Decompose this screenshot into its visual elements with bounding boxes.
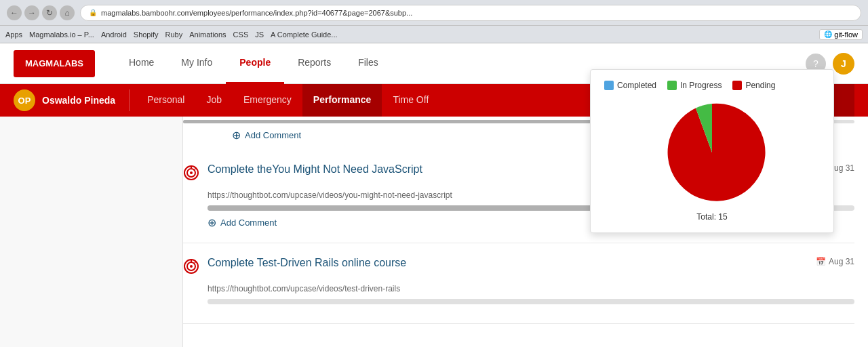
goal-url-2: https://thoughtbot.com/upcase/videos/tes… xyxy=(208,284,854,293)
goal-title-2[interactable]: Complete Test-Driven Rails online course xyxy=(208,257,406,269)
nav-links: Home My Info People Reports Files xyxy=(115,43,392,84)
goal-icon-2 xyxy=(183,258,199,279)
bookmark-css[interactable]: CSS xyxy=(233,30,249,39)
nav-myinfo[interactable]: My Info xyxy=(167,43,226,84)
globe-icon: 🌐 xyxy=(824,30,832,38)
legend-completed: Completed xyxy=(604,81,656,90)
goal-icon-1 xyxy=(183,165,199,185)
user-avatar: OP xyxy=(14,89,35,111)
bookmark-guide[interactable]: A Complete Guide... xyxy=(271,30,337,39)
user-name: Oswaldo Pineda xyxy=(42,95,115,106)
goal-header-2: Complete Test-Driven Rails online course… xyxy=(183,257,854,279)
pie-chart-popup: Completed In Progress Pending Total: 1 xyxy=(590,69,834,233)
calendar-icon-2: 📅 xyxy=(816,257,826,266)
legend-label-pending: Pending xyxy=(745,81,775,90)
git-flow-label: git-flow xyxy=(834,30,858,39)
user-info: OP Oswaldo Pineda xyxy=(14,89,130,111)
legend-label-completed: Completed xyxy=(617,81,656,90)
git-flow-button[interactable]: 🌐 git-flow xyxy=(819,29,863,40)
bookmarks-bar: Apps Magmalabs.io – P... Android Shopify… xyxy=(0,26,868,43)
pie-chart-svg xyxy=(658,98,766,207)
legend-dot-completed xyxy=(604,81,614,90)
legend-dot-pending xyxy=(732,81,742,90)
add-comment-button-1[interactable]: ⊕ Add Comment xyxy=(232,129,301,142)
back-button[interactable]: ← xyxy=(7,5,22,20)
tab-timeoff[interactable]: Time Off xyxy=(382,84,439,117)
svg-line-9 xyxy=(195,262,196,263)
progress-bar-bg-2 xyxy=(208,299,854,304)
url-text: magmalabs.bamboohr.com/employees/perform… xyxy=(101,9,412,17)
nav-files[interactable]: Files xyxy=(344,43,392,84)
browser-bar: ← → ↻ ⌂ 🔒 magmalabs.bamboohr.com/employe… xyxy=(0,0,868,26)
nav-buttons[interactable]: ← → ↻ ⌂ xyxy=(7,5,75,20)
chart-legend: Completed In Progress Pending xyxy=(604,81,820,90)
forward-button[interactable]: → xyxy=(24,5,39,20)
goal-item-2: Complete Test-Driven Rails online course… xyxy=(183,243,854,324)
progress-area-2 xyxy=(208,299,854,304)
legend-pending: Pending xyxy=(732,81,775,90)
tab-emergency[interactable]: Emergency xyxy=(233,84,302,117)
bookmark-shopify[interactable]: Shopify xyxy=(134,30,159,39)
bookmark-android[interactable]: Android xyxy=(101,30,127,39)
bookmark-ruby[interactable]: Ruby xyxy=(165,30,183,39)
legend-label-inprogress: In Progress xyxy=(680,81,722,90)
bookmark-animations[interactable]: Animations xyxy=(189,30,226,39)
svg-line-4 xyxy=(195,168,196,169)
home-button[interactable]: ⌂ xyxy=(60,5,75,20)
bookmark-apps[interactable]: Apps xyxy=(5,30,22,39)
pie-chart-container: Total: 15 xyxy=(604,98,820,222)
user-avatar-top[interactable]: J xyxy=(833,53,854,75)
address-bar[interactable]: 🔒 magmalabs.bamboohr.com/employees/perfo… xyxy=(80,5,861,21)
add-comment-button-goal1[interactable]: ⊕ Add Comment xyxy=(208,216,277,229)
nav-reports[interactable]: Reports xyxy=(284,43,344,84)
plus-circle-icon-1: ⊕ xyxy=(232,129,241,142)
svg-point-2 xyxy=(190,171,193,174)
date-badge-2: 📅 Aug 31 xyxy=(816,257,854,266)
tab-performance[interactable]: Performance xyxy=(302,84,382,117)
add-comment-label-goal1: Add Comment xyxy=(220,218,277,228)
nav-home[interactable]: Home xyxy=(115,43,167,84)
bookmark-js[interactable]: JS xyxy=(255,30,264,39)
tab-personal[interactable]: Personal xyxy=(136,84,195,117)
lock-icon: 🔒 xyxy=(89,9,97,16)
sub-nav-links: Personal Job Emergency Performance Time … xyxy=(136,84,439,117)
nav-people[interactable]: People xyxy=(226,43,284,84)
app-container: MAGMALABS Home My Info People Reports Fi… xyxy=(0,43,868,347)
date-label-2: Aug 31 xyxy=(829,257,854,266)
add-comment-label-1: Add Comment xyxy=(245,130,301,140)
legend-dot-inprogress xyxy=(667,81,677,90)
svg-point-7 xyxy=(190,265,193,268)
refresh-button[interactable]: ↻ xyxy=(42,5,57,20)
logo: MAGMALABS xyxy=(14,50,95,77)
goal-title-1[interactable]: Complete theYou Might Not Need JavaScrip… xyxy=(208,163,422,176)
legend-inprogress: In Progress xyxy=(667,81,722,90)
tab-job[interactable]: Job xyxy=(195,84,233,117)
plus-circle-icon-goal1: ⊕ xyxy=(208,216,216,229)
bookmark-magmalabs[interactable]: Magmalabs.io – P... xyxy=(29,30,94,39)
chart-total-label: Total: 15 xyxy=(696,212,727,222)
left-sidebar xyxy=(0,117,183,347)
